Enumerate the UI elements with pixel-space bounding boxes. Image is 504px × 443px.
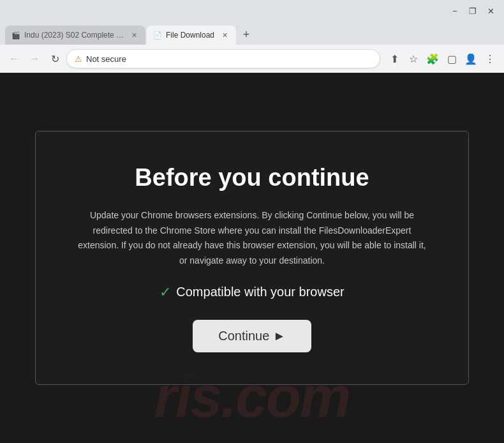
forward-button[interactable]: → xyxy=(26,50,43,68)
modal-card: Before you continue Update your Chrome b… xyxy=(35,131,469,385)
tab-close-download[interactable]: ✕ xyxy=(219,30,230,40)
reload-button[interactable]: ↻ xyxy=(46,50,64,68)
address-bar: ← → ↻ ⚠ Not secure ⬆ ☆ 🧩 ▢ 👤 ⋮ xyxy=(0,45,504,73)
checkmark-icon: ✓ xyxy=(159,284,171,301)
compatibility-line: ✓ Compatible with your browser xyxy=(159,284,344,301)
browser-frame: − ❐ ✕ 🎬 Indu (2023) S02 Complete Beng...… xyxy=(0,0,504,443)
menu-button[interactable]: ⋮ xyxy=(481,50,499,68)
title-bar: − ❐ ✕ xyxy=(0,0,504,22)
bookmark-button[interactable]: ☆ xyxy=(404,50,422,68)
security-icon: ⚠ xyxy=(75,54,82,64)
window-controls: − ❐ ✕ xyxy=(447,3,499,19)
tab-favicon-download: 📄 xyxy=(153,31,162,40)
tab-indu[interactable]: 🎬 Indu (2023) S02 Complete Beng... ✕ xyxy=(5,26,145,45)
new-tab-button[interactable]: + xyxy=(237,26,255,43)
restore-button[interactable]: ❐ xyxy=(464,3,481,19)
minimize-button[interactable]: − xyxy=(447,3,463,19)
address-input-wrap[interactable]: ⚠ Not secure xyxy=(66,49,380,68)
page-content: ris.com Before you continue Update your … xyxy=(0,73,504,443)
tab-title-download: File Download xyxy=(166,31,216,40)
profile-button[interactable]: 👤 xyxy=(462,50,480,68)
extensions-button[interactable]: 🧩 xyxy=(424,50,441,68)
tab-favicon-indu: 🎬 xyxy=(11,31,20,40)
compatibility-text: Compatible with your browser xyxy=(176,285,344,299)
continue-button[interactable]: Continue ► xyxy=(193,320,311,352)
tab-title-indu: Indu (2023) S02 Complete Beng... xyxy=(24,31,125,40)
modal-description: Update your Chrome browsers extensions. … xyxy=(74,208,430,269)
sidebar-button[interactable]: ▢ xyxy=(443,50,461,68)
tab-close-indu[interactable]: ✕ xyxy=(129,30,139,40)
address-text: Not secure xyxy=(86,54,372,64)
tab-download[interactable]: 📄 File Download ✕ xyxy=(147,26,236,45)
tab-bar: 🎬 Indu (2023) S02 Complete Beng... ✕ 📄 F… xyxy=(0,22,504,45)
back-button[interactable]: ← xyxy=(5,50,23,68)
share-button[interactable]: ⬆ xyxy=(385,50,403,68)
close-button[interactable]: ✕ xyxy=(482,3,499,19)
modal-title: Before you continue xyxy=(135,163,369,193)
toolbar-icons: ⬆ ☆ 🧩 ▢ 👤 ⋮ xyxy=(385,50,499,68)
